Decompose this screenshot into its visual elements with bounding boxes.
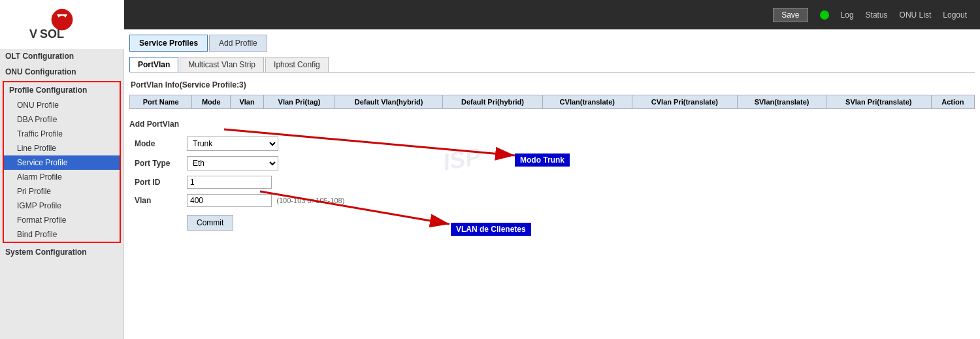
add-section-title: Add PortVlan bbox=[129, 120, 975, 129]
svg-text:SOL: SOL bbox=[40, 27, 64, 40]
profile-config-box: Profile Configuration ONU Profile DBA Pr… bbox=[3, 81, 121, 243]
col-cvlan-pri-translate: CVlan Pri(translate) bbox=[632, 95, 738, 109]
tab-multicast-vlan-strip[interactable]: Multicast Vlan Strip bbox=[180, 57, 264, 72]
sidebar-item-dba-profile[interactable]: DBA Profile bbox=[4, 112, 120, 127]
sidebar-item-alarm-profile[interactable]: Alarm Profile bbox=[4, 170, 120, 184]
col-port-name: Port Name bbox=[130, 95, 192, 109]
vlan-input[interactable] bbox=[187, 194, 272, 207]
add-portvlan-section: ISP Add PortVlan Mode Trunk Access Hybri… bbox=[129, 120, 975, 233]
header: V · SOL Save Log Status ONU List Logout bbox=[0, 0, 980, 29]
port-id-label: Port ID bbox=[129, 173, 182, 191]
mode-select[interactable]: Trunk Access Hybrid Translate bbox=[187, 137, 278, 151]
sidebar-item-format-profile[interactable]: Format Profile bbox=[4, 213, 120, 227]
sidebar-item-onu-configuration[interactable]: ONU Configuration bbox=[0, 64, 123, 80]
sidebar-item-onu-profile[interactable]: ONU Profile bbox=[4, 98, 120, 112]
port-vlan-info-bar: PortVlan Info(Service Profile:3) bbox=[129, 78, 975, 95]
col-svlan-pri-translate: SVlan Pri(translate) bbox=[826, 95, 931, 109]
col-default-vlan-hybrid: Default Vlan(hybrid) bbox=[335, 95, 443, 109]
sidebar-item-profile-configuration[interactable]: Profile Configuration bbox=[4, 82, 120, 98]
port-type-label: Port Type bbox=[129, 153, 182, 173]
port-id-input[interactable] bbox=[187, 176, 272, 189]
main-content: Service Profiles Add Profile PortVlan Mu… bbox=[124, 29, 980, 339]
header-right: Save Log Status ONU List Logout bbox=[773, 8, 967, 22]
port-vlan-table: Port Name Mode Vlan Vlan Pri(tag) Defaul… bbox=[129, 95, 975, 109]
commit-button[interactable]: Commit bbox=[187, 215, 233, 231]
col-action: Action bbox=[931, 95, 974, 109]
logout-link[interactable]: Logout bbox=[943, 10, 967, 20]
logo-area: V · SOL bbox=[0, 0, 124, 49]
svg-text:·: · bbox=[36, 29, 38, 37]
callout-modo-trunk: Modo Trunk bbox=[515, 153, 570, 167]
onu-list-link[interactable]: ONU List bbox=[900, 10, 932, 20]
sidebar-item-olt-configuration[interactable]: OLT Configuration bbox=[0, 48, 123, 64]
watermark: ISP bbox=[441, 142, 483, 176]
svg-point-1 bbox=[58, 16, 66, 24]
sidebar: OLT Information OLT Configuration ONU Co… bbox=[0, 29, 124, 339]
tab-add-profile[interactable]: Add Profile bbox=[209, 35, 267, 52]
vlan-label: Vlan bbox=[129, 191, 182, 210]
tab-port-vlan[interactable]: PortVlan bbox=[129, 57, 178, 72]
save-button[interactable]: Save bbox=[773, 8, 808, 22]
tab-service-profiles[interactable]: Service Profiles bbox=[129, 35, 208, 52]
mode-label: Mode bbox=[129, 134, 182, 153]
vlan-hint: (100-103 or 105-108) bbox=[276, 197, 344, 204]
col-vlan: Vlan bbox=[231, 95, 264, 109]
layout: OLT Information OLT Configuration ONU Co… bbox=[0, 29, 980, 339]
tab-iphost-config[interactable]: Iphost Config bbox=[265, 57, 329, 72]
callout-vlan-clientes: VLAN de Clienetes bbox=[451, 223, 531, 236]
port-type-select[interactable]: Eth VEIP bbox=[187, 156, 278, 170]
online-status-dot bbox=[820, 10, 829, 20]
sidebar-item-igmp-profile[interactable]: IGMP Profile bbox=[4, 199, 120, 213]
status-link[interactable]: Status bbox=[866, 10, 888, 20]
sub-tab-bar: PortVlan Multicast Vlan Strip Iphost Con… bbox=[129, 57, 975, 73]
sidebar-item-line-profile[interactable]: Line Profile bbox=[4, 141, 120, 155]
col-cvlan-translate: CVlan(translate) bbox=[542, 95, 632, 109]
sidebar-item-bind-profile[interactable]: Bind Profile bbox=[4, 227, 120, 242]
col-svlan-translate: SVlan(translate) bbox=[738, 95, 826, 109]
sidebar-item-pri-profile[interactable]: Pri Profile bbox=[4, 184, 120, 199]
sidebar-item-traffic-profile[interactable]: Traffic Profile bbox=[4, 127, 120, 141]
sidebar-item-system-configuration[interactable]: System Configuration bbox=[0, 244, 123, 260]
col-vlan-pri-tag: Vlan Pri(tag) bbox=[263, 95, 335, 109]
add-portvlan-form: Mode Trunk Access Hybrid Translate Port … bbox=[129, 134, 350, 233]
col-mode: Mode bbox=[192, 95, 231, 109]
log-link[interactable]: Log bbox=[841, 10, 854, 20]
col-default-pri-hybrid: Default Pri(hybrid) bbox=[443, 95, 543, 109]
sidebar-item-service-profile[interactable]: Service Profile bbox=[4, 155, 120, 170]
vsol-logo: V · SOL bbox=[23, 7, 101, 42]
main-tab-bar: Service Profiles Add Profile bbox=[129, 35, 975, 52]
